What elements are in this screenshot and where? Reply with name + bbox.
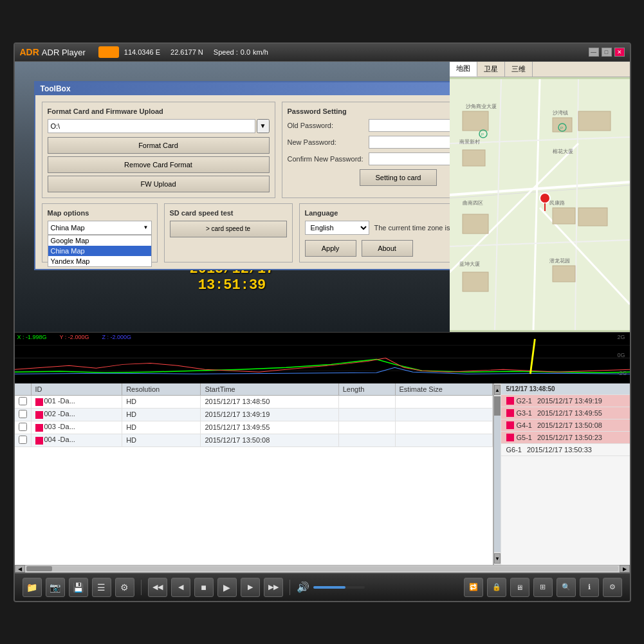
format-card-button[interactable]: Format Card [48, 137, 270, 154]
map-option-yandex[interactable]: Yandex Map [48, 256, 151, 266]
row-checkbox[interactable] [19, 423, 27, 431]
gear-button[interactable]: ⚙ [603, 578, 622, 597]
new-password-label: New Password: [288, 138, 365, 146]
h-scroll-right[interactable]: ▶ [620, 565, 630, 573]
new-password-row: New Password: [288, 136, 450, 149]
sidebar-item-g2[interactable]: G2-1 2015/12/17 13:49:19 [501, 395, 630, 407]
fw-upload-button[interactable]: FW Upload [48, 176, 270, 192]
h-scroll-left[interactable]: ◀ [15, 565, 25, 573]
lock-button[interactable]: 🔒 [487, 578, 506, 597]
language-label: Language [305, 209, 450, 217]
table-row[interactable]: 002 -Da... HD 2015/12/17 13:49:19 [15, 408, 493, 421]
svg-rect-11 [463, 150, 485, 166]
drive-dropdown-btn[interactable]: ▼ [257, 119, 270, 133]
sidebar-item-datetime: 2015/12/17 13:50:23 [537, 434, 602, 441]
gsensor-x-label: X : -1.998G [17, 334, 47, 340]
apply-button[interactable]: Apply [305, 240, 356, 257]
table-row[interactable]: 001 -Da... HD 2015/12/17 13:48:50 [15, 395, 493, 408]
about-button[interactable]: About [362, 240, 413, 257]
play-button[interactable]: ▶ [217, 578, 237, 597]
map-option-china[interactable]: China Map [48, 246, 151, 256]
confirm-password-input[interactable] [369, 152, 450, 165]
volume-slider[interactable] [313, 586, 365, 589]
file-id: 004 -Da... [31, 434, 122, 446]
file-length [338, 395, 395, 408]
folder-button[interactable]: 📁 [23, 578, 42, 597]
sidebar-item-datetime: 2015/12/17 13:50:08 [537, 421, 602, 429]
loop-button[interactable]: 🔁 [464, 578, 483, 597]
new-password-input[interactable] [369, 136, 450, 149]
fwd-button[interactable]: ▶▶ [264, 578, 283, 597]
table-row[interactable]: 004 -Da... HD 2015/12/17 13:50:08 [15, 434, 493, 446]
map-tab-3d[interactable]: 三维 [505, 62, 533, 77]
map-dropdown-container: China Map Google Map China Map Yandex Ma… [48, 221, 152, 235]
sidebar-item-id: G2-1 [517, 397, 532, 405]
sd-speed-button[interactable]: > card speed te [170, 221, 287, 237]
file-starttime: 2015/12/17 13:49:19 [201, 408, 338, 421]
file-starttime: 2015/12/17 13:49:55 [201, 421, 338, 434]
title-bar: ADR ADR Player 114.0346 E 22.6177 N Spee… [15, 44, 630, 62]
confirm-password-label: Confirm New Password: [288, 155, 365, 163]
monitor-button[interactable]: 🖥 [510, 578, 529, 597]
map-tab-2d[interactable]: 地图 [450, 62, 477, 77]
row-checkbox[interactable] [19, 397, 27, 405]
info-button[interactable]: ℹ [580, 578, 599, 597]
stop-button[interactable]: ■ [194, 578, 214, 597]
app-title: ADR Player [42, 48, 86, 57]
map-tab-satellite[interactable]: 卫星 [477, 62, 505, 77]
row-checkbox[interactable] [19, 410, 27, 418]
table-scrollbar[interactable]: ▲ ▼ [493, 383, 501, 565]
format-section-label: Format Card and Firmware Upload [48, 107, 270, 115]
next-button[interactable]: ▶ [241, 578, 260, 597]
camera-button[interactable]: 📷 [46, 578, 65, 597]
minimize-button[interactable]: — [589, 48, 599, 57]
h-scroll-thumb[interactable] [26, 566, 52, 571]
table-row[interactable]: 003 -Da... HD 2015/12/17 13:49:55 [15, 421, 493, 434]
speed-label: Speed : [214, 48, 238, 56]
settings-button[interactable]: ⚙ [115, 578, 134, 597]
old-password-input[interactable] [369, 119, 450, 132]
sidebar-list: 5/12/17 13:48:50 G2-1 2015/12/17 13:49:1… [501, 383, 630, 565]
g-event-icon [506, 409, 514, 417]
windows-button[interactable]: ⊞ [533, 578, 553, 597]
row-checkbox[interactable] [19, 436, 27, 444]
list-button[interactable]: ☰ [92, 578, 111, 597]
h-scrollbar[interactable]: ◀ ▶ [15, 565, 630, 573]
file-resolution: HD [122, 434, 201, 446]
sidebar-item-datetime: 2015/12/17 13:49:19 [537, 397, 602, 405]
drive-input[interactable] [48, 119, 255, 133]
sidebar-item-id: G6-1 [506, 446, 522, 454]
sidebar-item-g6[interactable]: G6-1 2015/12/17 13:50:33 [501, 444, 630, 456]
map-select-display[interactable]: China Map [48, 221, 152, 235]
rewind-button[interactable]: ◀◀ [148, 578, 167, 597]
g-event-icon [506, 397, 514, 405]
svg-text:P: P [481, 133, 484, 136]
app-logo: ADR [20, 47, 39, 57]
scroll-up-btn[interactable]: ▲ [494, 385, 501, 395]
sidebar-item-g3[interactable]: G3-1 2015/12/17 13:49:55 [501, 407, 630, 419]
bottom-section: ID Resolution StartTime Length Estimate … [15, 383, 630, 565]
file-starttime: 2015/12/17 13:50:08 [201, 434, 338, 446]
close-button[interactable]: ✕ [614, 48, 625, 57]
zoom-button[interactable]: 🔍 [557, 578, 576, 597]
password-section: Password Setting Old Password: New Passw… [282, 102, 450, 198]
svg-line-36 [530, 338, 535, 373]
scroll-down-btn[interactable]: ▼ [494, 553, 501, 564]
language-section: Language English The current time zone i… [299, 203, 450, 262]
language-select[interactable]: English [305, 221, 369, 235]
setting-to-card-button[interactable]: Setting to card [360, 169, 437, 186]
remove-format-button[interactable]: Remove Card Format [48, 156, 270, 173]
col-size: Estimate Size [395, 383, 492, 396]
map-svg: 沙角商业大厦 沙湾镇 南景新村 榕花大厦 曲南四区 民康路 蓝坤大厦 潜龙花园 [450, 77, 630, 332]
scroll-thumb[interactable] [494, 396, 501, 416]
toolbox-titlebar: ToolBox ✕ [35, 82, 450, 95]
prev-button[interactable]: ◀ [171, 578, 190, 597]
map-option-google[interactable]: Google Map [48, 235, 151, 246]
maximize-button[interactable]: □ [602, 48, 612, 57]
sidebar-item-g4[interactable]: G4-1 2015/12/17 13:50:08 [501, 419, 630, 432]
svg-text:潜龙花园: 潜龙花园 [549, 258, 570, 264]
sidebar-item-g5[interactable]: G5-1 2015/12/17 13:50:23 [501, 432, 630, 444]
file-table[interactable]: ID Resolution StartTime Length Estimate … [15, 383, 493, 565]
save-button[interactable]: 💾 [69, 578, 88, 597]
gsensor-labels: X : -1.998G Y : -2.000G Z : -2.000G [15, 333, 134, 342]
